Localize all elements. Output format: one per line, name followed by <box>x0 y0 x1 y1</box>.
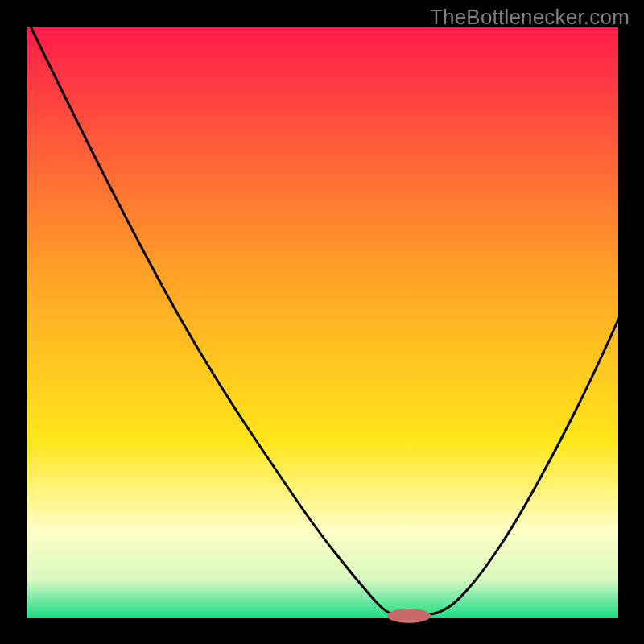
chart-frame: TheBottlenecker.com <box>0 0 644 644</box>
optimum-marker <box>387 609 431 623</box>
watermark-text: TheBottlenecker.com <box>430 5 630 30</box>
bottleneck-chart <box>0 0 644 644</box>
gradient-background <box>27 27 618 618</box>
